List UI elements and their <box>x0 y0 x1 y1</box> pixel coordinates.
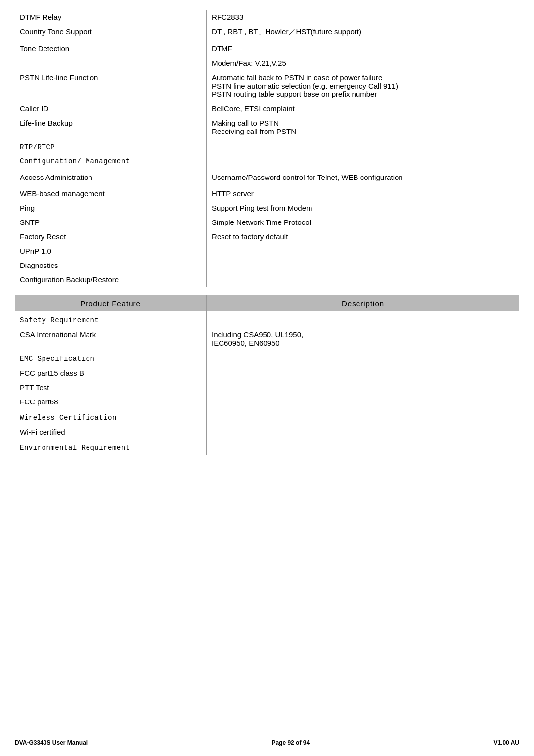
table-row: RTP/RTCP <box>15 140 519 154</box>
desc-cell: HTTP server <box>207 186 519 201</box>
desc-cell: Modem/Fax: V.21,V.25 <box>207 56 519 70</box>
table-row: Wi-Fi certified <box>15 425 519 439</box>
feature-cell: PSTN Life-line Function <box>15 70 207 101</box>
table-row: Wireless Certification <box>15 409 519 425</box>
footer-left: DVA-G3340S User Manual <box>15 739 88 746</box>
feature-cell: Environmental Requirement <box>15 439 207 455</box>
feature-cell: Access Administration <box>15 170 207 184</box>
desc-cell <box>207 380 519 395</box>
feature-cell <box>15 56 207 70</box>
feature-cell: RTP/RTCP <box>15 140 207 154</box>
feature-cell: Factory Reset <box>15 229 207 244</box>
desc-cell <box>207 258 519 272</box>
table-row: Safety Requirement <box>15 311 519 327</box>
feature-cell: Configuration Backup/Restore <box>15 272 207 287</box>
desc-cell: DTMF <box>207 42 519 56</box>
feature-cell: Country Tone Support <box>15 24 207 40</box>
feature-cell: FCC part15 class B <box>15 366 207 380</box>
desc-cell: Including CSA950, UL1950, IEC60950, EN60… <box>207 327 519 350</box>
feature-cell: PTT Test <box>15 380 207 395</box>
feature-cell: FCC part68 <box>15 395 207 409</box>
desc-cell <box>207 409 519 425</box>
table-row: Diagnostics <box>15 258 519 272</box>
page-footer: DVA-G3340S User Manual Page 92 of 94 V1.… <box>15 739 519 746</box>
feature-cell: Life-line Backup <box>15 116 207 138</box>
table-row: Caller IDBellCore, ETSI complaint <box>15 101 519 116</box>
desc-cell <box>207 350 519 366</box>
desc-cell: Automatic fall back to PSTN in case of p… <box>207 70 519 101</box>
product-feature-header: Product Feature <box>15 295 207 311</box>
desc-cell <box>207 366 519 380</box>
table-row: PSTN Life-line FunctionAutomatic fall ba… <box>15 70 519 101</box>
desc-cell <box>207 272 519 287</box>
feature-cell: WEB-based management <box>15 186 207 201</box>
table-row: FCC part68 <box>15 395 519 409</box>
desc-cell <box>207 395 519 409</box>
table-row: Factory ResetReset to factory default <box>15 229 519 244</box>
desc-cell <box>207 439 519 455</box>
table-row: Configuration/ Management <box>15 154 519 168</box>
feature-cell: SNTP <box>15 215 207 229</box>
desc-cell <box>207 154 519 168</box>
table-row: Environmental Requirement <box>15 439 519 455</box>
table-row: DTMF RelayRFC2833 <box>15 10 519 24</box>
table-row: PingSupport Ping test from Modem <box>15 201 519 215</box>
table-row: Country Tone SupportDT , RBT , BT、Howler… <box>15 24 519 40</box>
table-row: SNTPSimple Network Time Protocol <box>15 215 519 229</box>
feature-cell: Wireless Certification <box>15 409 207 425</box>
feature-cell: Configuration/ Management <box>15 154 207 168</box>
feature-cell: EMC Specification <box>15 350 207 366</box>
table-row: WEB-based managementHTTP server <box>15 186 519 201</box>
description-header: Description <box>207 295 519 311</box>
desc-cell <box>207 140 519 154</box>
desc-cell <box>207 425 519 439</box>
feature-cell: Wi-Fi certified <box>15 425 207 439</box>
feature-cell: DTMF Relay <box>15 10 207 24</box>
table-row: UPnP 1.0 <box>15 244 519 258</box>
feature-cell: Caller ID <box>15 101 207 116</box>
table-row: Tone DetectionDTMF <box>15 42 519 56</box>
footer-right: V1.00 AU <box>493 739 519 746</box>
desc-cell <box>207 311 519 327</box>
footer-center: Page 92 of 94 <box>271 739 310 746</box>
desc-cell <box>207 244 519 258</box>
feature-cell: Tone Detection <box>15 42 207 56</box>
feature-cell: UPnP 1.0 <box>15 244 207 258</box>
table-row: Life-line BackupMaking call to PSTN Rece… <box>15 116 519 138</box>
desc-cell: Reset to factory default <box>207 229 519 244</box>
table-row: Modem/Fax: V.21,V.25 <box>15 56 519 70</box>
table-row: EMC Specification <box>15 350 519 366</box>
table-row: Access AdministrationUsername/Password c… <box>15 170 519 184</box>
table-row: Configuration Backup/Restore <box>15 272 519 287</box>
desc-cell: BellCore, ETSI complaint <box>207 101 519 116</box>
product-feature-table: Product FeatureDescriptionSafety Require… <box>15 295 519 455</box>
feature-cell: Safety Requirement <box>15 311 207 327</box>
desc-cell: RFC2833 <box>207 10 519 24</box>
table-row: CSA International MarkIncluding CSA950, … <box>15 327 519 350</box>
desc-cell: DT , RBT , BT、Howler／HST(future support) <box>207 24 519 40</box>
table-row: PTT Test <box>15 380 519 395</box>
feature-cell: Diagnostics <box>15 258 207 272</box>
table-row: FCC part15 class B <box>15 366 519 380</box>
table-header-row: Product FeatureDescription <box>15 295 519 311</box>
desc-cell: Simple Network Time Protocol <box>207 215 519 229</box>
feature-cell: CSA International Mark <box>15 327 207 350</box>
desc-cell: Making call to PSTN Receiving call from … <box>207 116 519 138</box>
desc-cell: Support Ping test from Modem <box>207 201 519 215</box>
desc-cell: Username/Password control for Telnet, WE… <box>207 170 519 184</box>
feature-cell: Ping <box>15 201 207 215</box>
main-table: DTMF RelayRFC2833Country Tone SupportDT … <box>15 10 519 287</box>
